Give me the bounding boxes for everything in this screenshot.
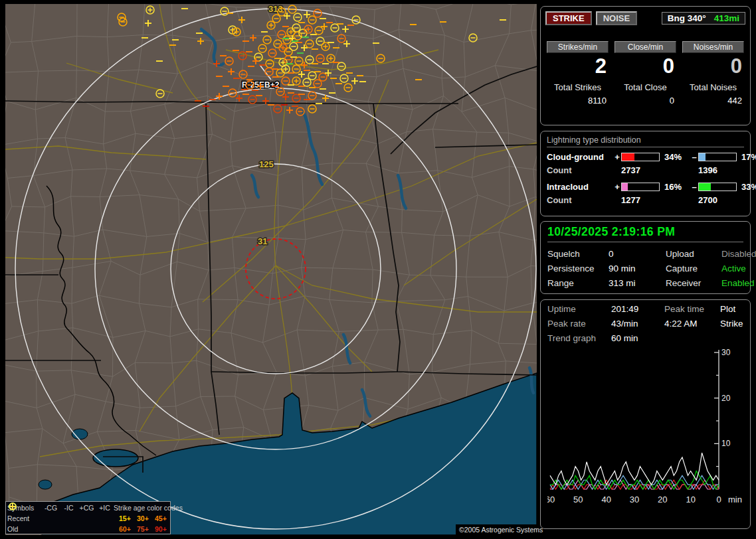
intracloud-count-row: Count 1277 2700 bbox=[547, 195, 744, 205]
age-60-label: 60+ bbox=[119, 525, 137, 533]
grid-cell: Range bbox=[547, 278, 609, 288]
grid-cell: Peak rate bbox=[547, 319, 611, 329]
total-noises-label: Total Noises bbox=[682, 82, 744, 92]
minus-sign: – bbox=[690, 152, 698, 162]
cloud-ground-row: Cloud-ground + 34% – 17% bbox=[547, 152, 744, 162]
grid-cell: Disabled bbox=[721, 249, 756, 259]
age-30-label: 30+ bbox=[137, 514, 155, 522]
grid-cell: Plot bbox=[720, 304, 743, 314]
grid-cell: 0 bbox=[609, 249, 666, 259]
legend-ic-pos-header: +IC bbox=[96, 504, 114, 512]
grid-cell: 90 min bbox=[609, 264, 666, 273]
grid-cell: Trend graph bbox=[547, 333, 611, 343]
legend-ic-neg-header: -IC bbox=[60, 504, 78, 512]
strikes-counter-column: Strikes/min 2 Total Strikes 8110 bbox=[547, 41, 609, 106]
svg-text:20: 20 bbox=[658, 495, 667, 504]
count-label: Count bbox=[547, 165, 621, 175]
ic-pos-count: 1277 bbox=[621, 195, 698, 205]
minus-sign: – bbox=[690, 182, 698, 192]
strikes-per-min-value: 2 bbox=[547, 55, 609, 78]
age-15-label: 15+ bbox=[119, 514, 137, 522]
total-noises-value: 442 bbox=[682, 96, 744, 106]
svg-text:40: 40 bbox=[601, 495, 611, 504]
grid-cell bbox=[664, 333, 720, 343]
datetime-display: 10/25/2025 2:19:16 PM bbox=[547, 225, 743, 242]
total-close-label: Total Close bbox=[614, 82, 676, 92]
cg-neg-pct: 17% bbox=[737, 152, 756, 162]
svg-text:min: min bbox=[728, 495, 742, 504]
cg-neg-count: 1396 bbox=[698, 165, 744, 175]
grid-cell: Active bbox=[721, 264, 756, 273]
bearing-display: Bng 340° 413mi bbox=[662, 12, 745, 25]
svg-text:20: 20 bbox=[721, 394, 731, 403]
grid-cell: 313 mi bbox=[609, 278, 666, 288]
svg-text:10: 10 bbox=[721, 439, 731, 448]
grid-cell: Strike bbox=[720, 319, 743, 329]
copyright-label: ©2005 Astrogenic Systems bbox=[456, 524, 546, 535]
noises-per-min-value: 0 bbox=[682, 55, 744, 78]
count-label: Count bbox=[547, 195, 621, 205]
grid-cell: Enabled bbox=[721, 278, 756, 288]
grid-cell: 201:49 bbox=[611, 304, 664, 314]
strike-button[interactable]: STRIKE bbox=[545, 11, 592, 25]
ic-neg-pct: 33% bbox=[737, 182, 756, 192]
distribution-title: Lightning type distribution bbox=[547, 135, 744, 147]
noise-button[interactable]: NOISE bbox=[596, 11, 637, 25]
grid-cell: Squelch bbox=[547, 249, 609, 259]
grid-cell: 4:22 AM bbox=[664, 319, 720, 329]
total-strikes-value: 8110 bbox=[547, 96, 609, 106]
receiver-status-grid: Squelch0UploadDisabledPersistence90 minC… bbox=[547, 249, 743, 288]
legend-old-label: Old bbox=[7, 525, 42, 533]
trend-graph-canvas: 1020306050403020100min bbox=[547, 347, 743, 518]
strikes-per-min-chip: Strikes/min bbox=[547, 41, 609, 53]
cg-pos-bar bbox=[621, 153, 660, 161]
age-75-label: 75+ bbox=[137, 525, 155, 533]
legend-cg-neg-header: -CG bbox=[42, 504, 60, 512]
close-counter-column: Close/min 0 Total Close 0 bbox=[614, 41, 676, 106]
svg-text:10: 10 bbox=[686, 495, 695, 504]
bearing-distance: 413mi bbox=[714, 13, 739, 23]
legend-cg-pos-header: +CG bbox=[78, 504, 96, 512]
trend-graph: 1020306050403020100min bbox=[547, 347, 743, 521]
app-window: { "window": { "copyright": "©2005 Astrog… bbox=[0, 0, 756, 539]
plus-sign: + bbox=[613, 182, 621, 192]
svg-text:50: 50 bbox=[573, 495, 583, 504]
session-stats-grid: Uptime201:49Peak timePlotPeak rate43/min… bbox=[547, 304, 743, 343]
svg-text:60: 60 bbox=[547, 495, 555, 504]
noises-per-min-chip: Noises/min bbox=[682, 41, 744, 53]
lightning-map[interactable]: 31312531 R-25EB+2 Symbols -CG -IC +CG +I… bbox=[5, 4, 537, 535]
ic-neg-count: 2700 bbox=[698, 195, 744, 205]
ic-neg-bar bbox=[698, 183, 737, 191]
grid-cell: 43/min bbox=[611, 319, 664, 329]
intracloud-row: Intracloud + 16% – 33% bbox=[547, 182, 744, 192]
session-trend-panel: Uptime201:49Peak timePlotPeak rate43/min… bbox=[540, 299, 751, 529]
svg-text:0: 0 bbox=[716, 495, 721, 504]
age-90-label: 90+ bbox=[155, 525, 173, 533]
close-per-min-chip: Close/min bbox=[614, 41, 676, 53]
intracloud-label: Intracloud bbox=[547, 182, 613, 192]
cloud-ground-label: Cloud-ground bbox=[547, 152, 613, 162]
cg-pos-count: 2737 bbox=[621, 165, 698, 175]
cloud-ground-count-row: Count 2737 1396 bbox=[547, 165, 744, 175]
svg-text:30: 30 bbox=[630, 495, 639, 504]
svg-text:31: 31 bbox=[258, 236, 267, 246]
grid-cell: Persistence bbox=[547, 264, 609, 273]
close-per-min-value: 0 bbox=[614, 55, 676, 78]
svg-text:30: 30 bbox=[721, 348, 731, 357]
grid-cell: Receiver bbox=[666, 278, 721, 288]
strike-counters-panel: STRIKE NOISE Bng 340° 413mi Strikes/min … bbox=[540, 6, 751, 125]
legend-age-header: Strike age color codes bbox=[114, 504, 173, 512]
age-45-label: 45+ bbox=[155, 514, 173, 522]
status-panel: 10/25/2025 2:19:16 PM Squelch0UploadDisa… bbox=[540, 221, 751, 294]
grid-cell: Peak time bbox=[664, 304, 720, 314]
grid-cell: Capture bbox=[666, 264, 721, 273]
cg-pos-pct: 34% bbox=[660, 152, 690, 162]
map-canvas: 31312531 R-25EB+2 bbox=[5, 4, 537, 535]
noises-counter-column: Noises/min 0 Total Noises 442 bbox=[682, 41, 744, 106]
plus-sign: + bbox=[613, 152, 621, 162]
lightning-distribution-panel: Lightning type distribution Cloud-ground… bbox=[540, 131, 751, 216]
grid-cell: Uptime bbox=[547, 304, 611, 314]
ic-pos-pct: 16% bbox=[660, 182, 690, 192]
ic-pos-bar bbox=[621, 183, 660, 191]
cg-neg-bar bbox=[698, 153, 737, 161]
